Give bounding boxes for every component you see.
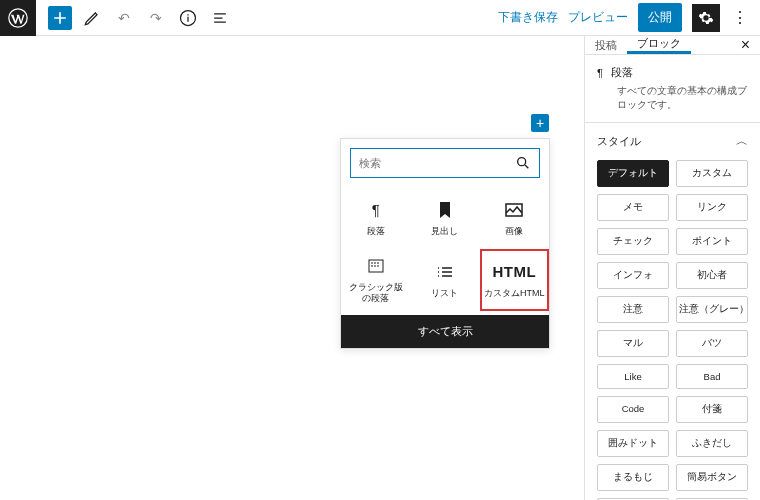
outline-button[interactable]: [208, 6, 232, 30]
style-option[interactable]: ポイント: [676, 228, 748, 255]
edit-button[interactable]: [80, 6, 104, 30]
block-label: カスタムHTML: [482, 288, 547, 299]
style-option[interactable]: リンク: [676, 194, 748, 221]
editor-canvas[interactable]: + ¶ 段落 見出し 画像: [0, 36, 584, 500]
block-label: 画像: [503, 226, 525, 237]
tab-post[interactable]: 投稿: [585, 36, 627, 54]
block-heading[interactable]: 見出し: [410, 187, 479, 249]
search-field[interactable]: [359, 157, 515, 169]
style-option[interactable]: 注意: [597, 296, 669, 323]
style-option[interactable]: チェック: [597, 228, 669, 255]
style-option[interactable]: Like: [597, 364, 669, 389]
wordpress-logo[interactable]: [0, 0, 36, 36]
style-option[interactable]: 注意（グレー）: [676, 296, 748, 323]
block-classic[interactable]: クラシック版の段落: [341, 249, 410, 311]
bookmark-icon: [438, 200, 452, 220]
block-list[interactable]: リスト: [410, 249, 479, 311]
block-label: 段落: [365, 226, 387, 237]
block-inserter-popover: ¶ 段落 見出し 画像 クラシック版の段落 リスト: [340, 138, 550, 349]
paragraph-icon: ¶: [597, 67, 603, 79]
style-option[interactable]: Code: [597, 396, 669, 423]
close-sidebar-button[interactable]: ×: [731, 36, 760, 54]
block-name: 段落: [611, 65, 633, 80]
publish-button[interactable]: 公開: [638, 3, 682, 32]
settings-button[interactable]: [692, 4, 720, 32]
show-all-blocks-button[interactable]: すべて表示: [341, 315, 549, 348]
svg-point-2: [518, 158, 526, 166]
list-icon: [437, 262, 453, 282]
chevron-up-icon: ︿: [736, 133, 748, 150]
style-option[interactable]: 囲みドット: [597, 430, 669, 457]
save-draft-link[interactable]: 下書き保存: [498, 9, 558, 26]
block-paragraph[interactable]: ¶ 段落: [341, 187, 410, 249]
add-block-button[interactable]: [48, 6, 72, 30]
block-custom-html[interactable]: HTML カスタムHTML: [480, 249, 549, 311]
paragraph-icon: ¶: [372, 200, 380, 220]
settings-sidebar: 投稿 ブロック × ¶ 段落 すべての文章の基本の構成ブロックです。 スタイル …: [584, 36, 760, 500]
info-button[interactable]: [176, 6, 200, 30]
style-option[interactable]: デフォルト: [597, 160, 669, 187]
tab-block[interactable]: ブロック: [627, 36, 691, 54]
style-option[interactable]: カスタム: [676, 160, 748, 187]
style-option[interactable]: インフォ: [597, 262, 669, 289]
search-icon: [515, 155, 531, 171]
style-option[interactable]: 初心者: [676, 262, 748, 289]
block-label: クラシック版の段落: [343, 282, 408, 304]
undo-button[interactable]: ↶: [112, 6, 136, 30]
style-option[interactable]: マル: [597, 330, 669, 357]
block-description: すべての文章の基本の構成ブロックです。: [597, 84, 748, 112]
image-icon: [505, 200, 523, 220]
block-label: 見出し: [429, 226, 460, 237]
inline-add-block-button[interactable]: +: [531, 114, 549, 132]
block-label: リスト: [429, 288, 460, 299]
style-option[interactable]: メモ: [597, 194, 669, 221]
redo-button[interactable]: ↷: [144, 6, 168, 30]
style-option[interactable]: まるもじ: [597, 464, 669, 491]
block-search-input[interactable]: [350, 148, 540, 178]
style-option[interactable]: 付箋: [676, 396, 748, 423]
html-icon: HTML: [493, 262, 537, 282]
more-menu-button[interactable]: ⋮: [730, 8, 750, 27]
style-panel-toggle[interactable]: スタイル ︿: [585, 123, 760, 160]
style-option[interactable]: 簡易ボタン: [676, 464, 748, 491]
style-option[interactable]: Bad: [676, 364, 748, 389]
classic-icon: [368, 256, 384, 276]
style-option[interactable]: バツ: [676, 330, 748, 357]
block-image[interactable]: 画像: [480, 187, 549, 249]
style-heading: スタイル: [597, 134, 641, 149]
preview-link[interactable]: プレビュー: [568, 9, 628, 26]
style-option[interactable]: ふきだし: [676, 430, 748, 457]
